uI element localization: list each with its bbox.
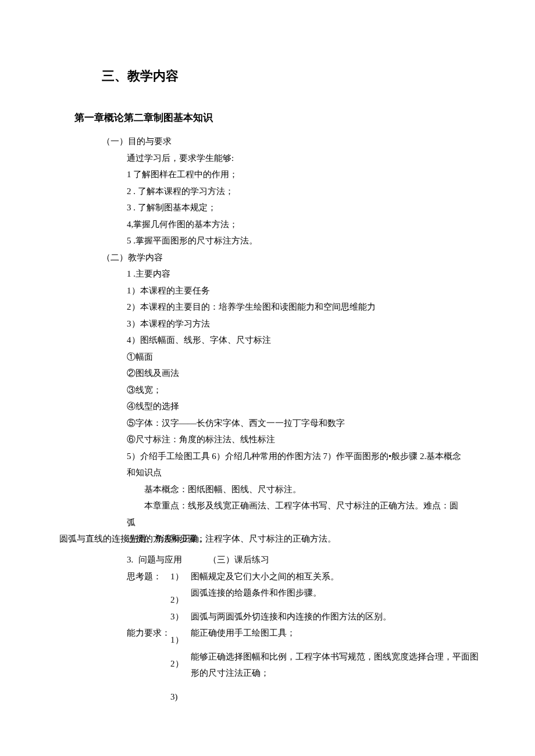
table-row: 3） 圆弧与两圆弧外切连接和内连接的作图方法的区别。 xyxy=(127,608,391,625)
item-number: 2） xyxy=(170,648,188,682)
chapter-heading: 第一章概论第二章制图基本知识 xyxy=(74,109,535,127)
list-item: 1 了解图样在工程中的作用； xyxy=(127,166,535,183)
item-number: 3) xyxy=(170,682,188,705)
row-number: 3. xyxy=(127,551,138,568)
subsection-2-head: （二）教学内容 xyxy=(102,249,535,266)
list-item: ④线型的选择 xyxy=(127,398,535,415)
list-item: 1）本课程的主要任务 xyxy=(127,282,535,299)
list-item: ①幅面 xyxy=(127,349,535,366)
list-item: 2）本课程的主要目的：培养学生绘图和读图能力和空间思维能力 xyxy=(127,299,535,316)
ability-label: 能力要求： xyxy=(127,625,170,648)
list-item: ⑥尺寸标注：角度的标注法、线性标注 xyxy=(127,431,535,448)
item-number: 3） xyxy=(170,608,188,625)
table-row: 3) xyxy=(127,682,479,705)
list-item: 2 . 了解本课程的学习方法； xyxy=(127,183,535,200)
item-text: 图幅规定及它们大小之间的相互关系。 xyxy=(188,568,391,585)
item-text: 圆弧与两圆弧外切连接和内连接的作图方法的区别。 xyxy=(188,608,391,625)
item-number: 1） xyxy=(170,625,188,648)
list-item: 4）图纸幅面、线形、字体、尺寸标注 xyxy=(127,332,535,349)
overlap-front: 连接的方法和步骤；注程字体、尺寸标注的正确方法。 xyxy=(127,531,336,547)
row-label-b: （三）课后练习 xyxy=(208,551,269,568)
list-item: 5 .掌握平面图形的尺寸标注方法。 xyxy=(127,232,535,249)
list-item: ②图线及画法 xyxy=(127,365,535,382)
list-item: ⑤字体：汉字——长仿宋字体、西文一一拉丁字母和数字 xyxy=(127,415,535,432)
item-number: 2） xyxy=(170,585,188,608)
table-row: 2） 圆弧连接的给题条件和作图步骤。 xyxy=(127,585,391,608)
section-heading: 三、教学内容 xyxy=(102,64,535,88)
overlapping-text: 圆弧与直线的连接光滑、角度标正确。 连接的方法和步骤；注程字体、尺寸标注的正确方… xyxy=(0,531,535,551)
list-item: 5）介绍手工绘图工具 6）介绍几种常用的作图方法 7）作平面图形的•般步骤 2.… xyxy=(127,448,535,481)
table-row: 思考题： 1） 图幅规定及它们大小之间的相互关系。 xyxy=(127,568,391,585)
item-text: 能正确使用手工绘图工具； xyxy=(188,625,479,648)
table-row: 能力要求： 1） 能正确使用手工绘图工具； xyxy=(127,625,479,648)
item-number: 1） xyxy=(170,568,188,585)
list-item: ③线宽； xyxy=(127,382,535,399)
row-triple: 3. 问题与应用 （三）课后练习 xyxy=(127,551,535,568)
focus-text: 本章重点：线形及线宽正确画法、工程字体书写、尺寸标注的正确方法。难点：圆弧 xyxy=(127,497,535,531)
item-text xyxy=(188,682,479,705)
think-label: 思考题： xyxy=(127,568,170,585)
table-row: 2） 能够正确选择图幅和比例，工程字体书写规范，图线宽度选择合理，平面图形的尺寸… xyxy=(127,648,479,682)
list-item: 4,掌握几何作图的基本方法； xyxy=(127,216,535,233)
list-item: 3）本课程的学习方法 xyxy=(127,316,535,332)
row-label-a: 问题与应用 xyxy=(138,551,208,568)
subsection-1-head: （一）目的与要求 xyxy=(102,133,535,150)
intro-text: 通过学习后，要求学生能够: xyxy=(127,150,535,167)
concept-text: 基本概念：图纸图幅、图线、尺寸标注。 xyxy=(127,481,535,498)
item-text: 圆弧连接的给题条件和作图步骤。 xyxy=(188,585,391,608)
think-table: 思考题： 1） 图幅规定及它们大小之间的相互关系。 2） 圆弧连接的给题条件和作… xyxy=(127,568,391,625)
ability-table: 能力要求： 1） 能正确使用手工绘图工具； 2） 能够正确选择图幅和比例，工程字… xyxy=(127,625,479,705)
item-text: 能够正确选择图幅和比例，工程字体书写规范，图线宽度选择合理，平面图形的尺寸注法正… xyxy=(188,648,479,682)
main-content-head: 1 .主要内容 xyxy=(127,266,535,282)
list-item: 3 . 了解制图基本规定； xyxy=(127,199,535,216)
